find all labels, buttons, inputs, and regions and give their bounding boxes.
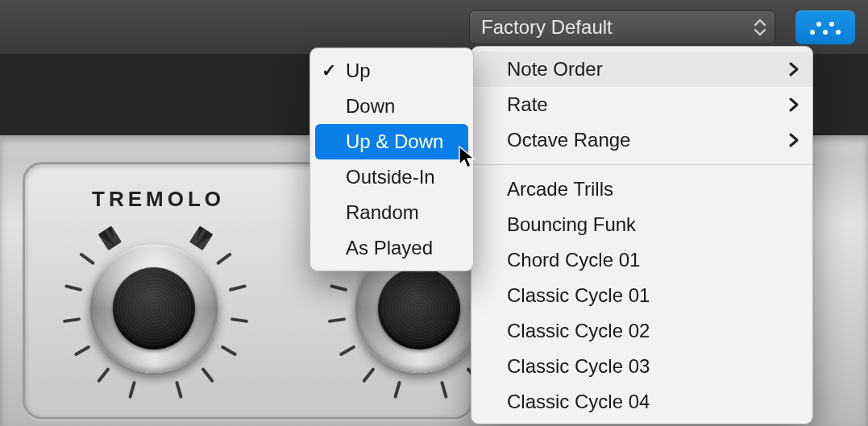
menu-item[interactable]: Classic Cycle 03 [471, 349, 812, 384]
menu-divider [471, 164, 812, 165]
menu-item-label: Rate [507, 93, 548, 116]
menu-item[interactable]: Note Order [471, 52, 812, 87]
preset-menu[interactable]: Note OrderRateOctave RangeArcade TrillsB… [471, 46, 813, 424]
submenu-item-label: Up [346, 60, 371, 82]
knob-cap [378, 267, 460, 349]
menu-item[interactable]: Arcade Trills [471, 172, 812, 207]
menu-item-label: Classic Cycle 01 [507, 284, 650, 307]
svg-point-4 [836, 30, 841, 35]
submenu-item[interactable]: Random [310, 195, 473, 230]
menu-item[interactable]: Classic Cycle 02 [471, 313, 812, 349]
tremolo-knob[interactable] [61, 216, 247, 401]
menu-item-label: Bouncing Funk [507, 213, 636, 236]
menu-item-label: Classic Cycle 03 [507, 355, 650, 378]
submenu-item-label: Random [346, 201, 419, 224]
menu-item[interactable]: Octave Range [471, 122, 812, 158]
submenu-item[interactable]: As Played [310, 230, 473, 266]
menu-item[interactable]: Classic Cycle 04 [471, 384, 812, 420]
menu-item-label: Classic Cycle 04 [507, 391, 650, 413]
menu-item-label: Arcade Trills [507, 178, 613, 201]
submenu-item-label: As Played [346, 237, 433, 259]
waveform-dots-icon [809, 19, 841, 35]
knob-cap [113, 267, 195, 349]
submenu-item-label: Up & Down [346, 130, 443, 153]
chevron-right-icon [788, 132, 799, 148]
menu-item[interactable]: Rate [471, 87, 812, 122]
submenu-item[interactable]: Down [310, 89, 473, 124]
menu-item-label: Classic Cycle 02 [507, 320, 650, 342]
submenu-item[interactable]: Up & Down [315, 124, 468, 159]
chevron-right-icon [788, 61, 799, 77]
preset-dropdown[interactable]: Factory Default [469, 10, 775, 44]
menu-item-label: Octave Range [507, 129, 630, 151]
menu-item-label: Chord Cycle 01 [507, 249, 640, 271]
submenu-item-label: Down [346, 95, 395, 118]
menu-item[interactable]: Chord Cycle 01 [471, 242, 812, 278]
submenu-item[interactable]: Up [310, 53, 473, 89]
knob-label-tremolo: TREMOLO [92, 187, 225, 212]
svg-point-2 [823, 30, 828, 35]
updown-arrows-icon [754, 19, 766, 36]
menu-item[interactable]: Classic Cycle 01 [471, 278, 812, 313]
chevron-right-icon [788, 97, 799, 113]
compare-button[interactable] [795, 10, 855, 44]
menu-item[interactable]: Bouncing Funk [471, 207, 812, 242]
svg-point-0 [810, 30, 815, 35]
svg-point-1 [816, 22, 821, 27]
svg-point-3 [829, 22, 834, 27]
preset-dropdown-label: Factory Default [481, 16, 613, 39]
note-order-submenu[interactable]: UpDownUp & DownOutside-InRandomAs Played [309, 48, 474, 271]
menu-item-label: Note Order [507, 58, 603, 81]
submenu-item-label: Outside-In [346, 166, 435, 188]
submenu-item[interactable]: Outside-In [310, 159, 473, 195]
